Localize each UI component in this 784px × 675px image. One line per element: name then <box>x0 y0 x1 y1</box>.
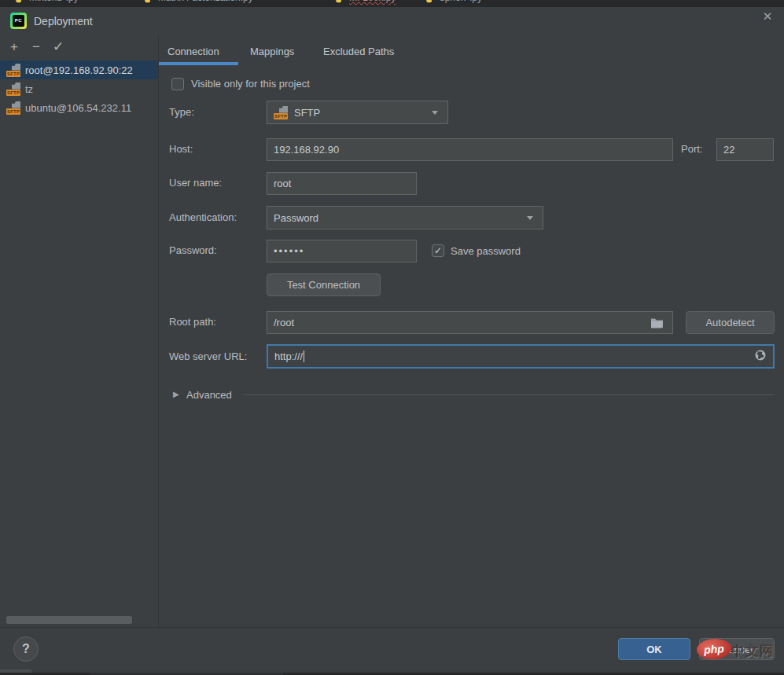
ide-status-strip <box>0 669 784 675</box>
tab-connection[interactable]: Connection <box>167 42 219 61</box>
sftp-type-icon: SFTP <box>274 106 289 119</box>
editor-tab-label: Matrix Factorization.py <box>158 0 253 3</box>
sidebar-horizontal-scrollbar[interactable] <box>6 616 132 624</box>
root-path-input[interactable] <box>267 311 673 334</box>
editor-tab[interactable]: uphon*.py × <box>425 0 492 6</box>
sftp-server-icon: SFTP <box>6 101 21 115</box>
text-cursor <box>304 350 304 362</box>
close-icon[interactable]: ✕ <box>760 9 775 24</box>
server-item-label: tz <box>25 83 33 95</box>
authentication-label: Authentication: <box>169 211 237 225</box>
python-file-icon <box>425 0 435 3</box>
authentication-value: Password <box>274 212 318 224</box>
editor-tab[interactable]: mixtend*.py × <box>14 0 89 6</box>
editor-tab-strip: mixtend*.py × Matrix Factorization.py × … <box>0 0 784 7</box>
server-item-ubuntu[interactable]: SFTP ubuntu@106.54.232.11 <box>0 98 158 117</box>
editor-tab-label: mf-100k.py <box>349 0 396 3</box>
pycharm-logo-text: PC <box>13 15 24 27</box>
tab-close-icon[interactable]: × <box>83 0 89 3</box>
sftp-badge: SFTP <box>6 108 20 115</box>
server-item-label: root@192.168.92.90:22 <box>25 64 133 76</box>
sftp-server-icon: SFTP <box>6 83 21 96</box>
editor-tab-label: uphon*.py <box>440 0 482 3</box>
tab-close-icon[interactable]: × <box>400 0 406 3</box>
active-tab-underline <box>159 62 238 65</box>
advanced-expander-icon[interactable]: ▶ <box>173 389 179 400</box>
globe-icon[interactable] <box>754 349 767 364</box>
python-file-icon <box>334 0 344 3</box>
folder-browse-icon[interactable] <box>650 317 664 332</box>
python-file-icon <box>14 0 24 3</box>
pycharm-logo-icon: PC <box>10 13 27 29</box>
tab-close-icon[interactable]: × <box>487 0 492 3</box>
server-doc-shape <box>279 106 288 113</box>
web-server-url-input[interactable]: http:/// <box>267 344 775 369</box>
ok-button[interactable]: OK <box>618 638 690 660</box>
tab-excluded-paths[interactable]: Excluded Paths <box>323 42 394 61</box>
editor-tab[interactable]: Matrix Factorization.py × <box>143 0 263 6</box>
web-server-url-label: Web server URL: <box>169 350 247 364</box>
username-label: User name: <box>169 176 222 190</box>
tab-close-icon[interactable]: × <box>258 0 263 3</box>
port-input[interactable] <box>716 138 774 161</box>
sftp-badge: SFTP <box>274 113 288 119</box>
dialog-title: Deployment <box>34 15 93 28</box>
type-label: Type: <box>169 105 194 119</box>
chevron-down-icon <box>432 111 438 115</box>
server-doc-shape <box>12 101 20 108</box>
server-item-root[interactable]: SFTP root@192.168.92.90:22 <box>0 61 158 79</box>
visible-only-checkbox[interactable] <box>171 78 184 90</box>
python-file-icon <box>143 0 153 3</box>
server-doc-shape <box>12 83 20 90</box>
advanced-label[interactable]: Advanced <box>186 388 232 402</box>
visible-only-label: Visible only for this project <box>191 77 310 91</box>
password-input[interactable] <box>267 240 417 262</box>
port-label: Port: <box>681 142 702 156</box>
authentication-select[interactable]: Password <box>267 206 543 229</box>
screen: mixtend*.py × Matrix Factorization.py × … <box>0 0 784 675</box>
editor-tab-label: mixtend*.py <box>29 0 79 3</box>
autodetect-button[interactable]: Autodetect <box>686 311 775 334</box>
add-server-button[interactable]: + <box>6 39 23 56</box>
footer-divider <box>0 627 784 628</box>
type-select[interactable]: SFTP SFTP <box>267 101 448 124</box>
tab-mappings[interactable]: Mappings <box>250 42 294 61</box>
server-doc-shape <box>12 64 20 71</box>
cancel-button[interactable]: Cancel <box>699 638 775 660</box>
sftp-server-icon: SFTP <box>6 64 21 77</box>
sidebar-divider <box>158 35 159 627</box>
host-input[interactable] <box>267 138 673 161</box>
sftp-badge: SFTP <box>6 90 20 96</box>
chevron-down-icon <box>527 216 533 220</box>
web-server-url-value: http:/// <box>274 350 303 362</box>
sftp-badge: SFTP <box>6 71 20 77</box>
username-input[interactable] <box>267 172 417 195</box>
editor-tab[interactable]: mf-100k.py × <box>334 0 406 6</box>
root-path-label: Root path: <box>169 315 216 329</box>
save-password-checkbox[interactable]: ✓ <box>432 244 444 257</box>
server-item-tz[interactable]: SFTP tz <box>0 79 158 98</box>
remove-server-button[interactable]: − <box>28 39 45 56</box>
test-connection-button[interactable]: Test Connection <box>267 273 381 296</box>
password-label: Password: <box>169 244 217 258</box>
advanced-divider <box>244 394 775 395</box>
help-button[interactable]: ? <box>13 636 39 662</box>
save-password-label: Save password <box>451 244 521 259</box>
server-item-label: ubuntu@106.54.232.11 <box>25 102 131 114</box>
use-as-default-button[interactable]: ✓ <box>50 39 67 56</box>
type-value: SFTP <box>294 107 320 119</box>
host-label: Host: <box>169 142 193 156</box>
